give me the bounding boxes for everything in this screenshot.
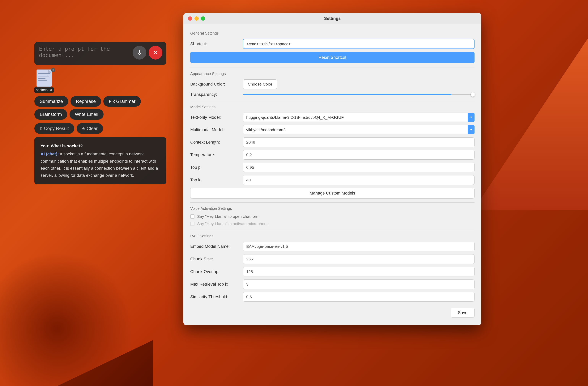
copy-result-button[interactable]: ⧉ Copy Result (34, 123, 74, 134)
shortcut-label: Shortcut: (190, 41, 240, 46)
close-x-icon: ✕ (153, 49, 158, 56)
top-p-label: Top p: (190, 165, 240, 170)
top-p-row: Top p: (190, 163, 475, 172)
write-email-button[interactable]: Write Email (69, 109, 104, 120)
save-label: Save (458, 310, 467, 315)
voice-option2-checkbox[interactable] (190, 222, 194, 226)
choose-color-button[interactable]: Choose Color (243, 80, 277, 89)
reset-shortcut-button[interactable]: Reset Shortcut (190, 52, 475, 63)
clear-label: Clear (87, 126, 98, 131)
top-k-label: Top k: (190, 178, 240, 183)
max-retrieval-label: Max Retrieval Top k: (190, 282, 240, 287)
result-you: You: What is socket? (41, 142, 160, 149)
copy-result-label: Copy Result (44, 126, 69, 131)
file-line (38, 77, 49, 77)
model-settings-title: Model Settings (190, 105, 475, 109)
choose-color-label: Choose Color (248, 82, 272, 86)
voice-settings-title: Voice Activation Settings (190, 206, 475, 211)
voice-option1-row: Say "Hey Llama" to open chat form (190, 214, 475, 219)
you-label: You: (41, 143, 49, 148)
chunk-overlap-label: Chunk Overlap: (190, 269, 240, 274)
result-ai: AI (chat): A socket is a fundamental con… (41, 150, 160, 179)
rephrase-button[interactable]: Rephrase (70, 96, 101, 107)
background-color-label: Background Color: (190, 82, 240, 87)
temperature-label: Temperature: (190, 152, 240, 157)
max-retrieval-input[interactable] (243, 280, 475, 289)
copy-icon: ⧉ (40, 126, 42, 131)
similarity-threshold-row: Similarity Threshold: (190, 292, 475, 302)
ai-label: AI (chat): (41, 152, 59, 156)
prompt-input[interactable] (39, 46, 130, 61)
manage-models-label: Manage Custom Models (310, 191, 355, 196)
chunk-size-label: Chunk Size: (190, 257, 240, 262)
context-length-label: Context Length: (190, 140, 240, 145)
slider-thumb (471, 92, 475, 97)
text-model-label: Text-only Model: (190, 115, 240, 120)
text-model-row: Text-only Model: hugging-quants/Llama-3.… (190, 113, 475, 122)
chunk-size-row: Chunk Size: (190, 254, 475, 264)
settings-window: Settings General Settings Shortcut: Rese… (183, 13, 482, 325)
similarity-threshold-input[interactable] (243, 292, 475, 302)
prompt-area: ✕ (34, 42, 166, 65)
save-button[interactable]: Save (451, 308, 475, 318)
voice-option1-label: Say "Hey Llama" to open chat form (197, 214, 260, 219)
top-k-row: Top k: (190, 175, 475, 185)
clear-button[interactable]: ⊗ Clear (77, 123, 103, 134)
file-lines (38, 73, 50, 81)
voice-option1-checkbox[interactable] (190, 214, 194, 219)
similarity-threshold-label: Similarity Threshold: (190, 294, 240, 299)
file-close-button[interactable]: × (51, 68, 55, 72)
text-model-select-wrapper: hugging-quants/Llama-3.2-1B-Instruct-Q4_… (243, 113, 475, 122)
shortcut-row: Shortcut: (190, 39, 475, 49)
text-model-select[interactable]: hugging-quants/Llama-3.2-1B-Instruct-Q4_… (243, 113, 475, 122)
text-model-select-arrow: ▼ (468, 113, 475, 122)
multimodal-model-select[interactable]: vikhyatk/moondream2 (243, 125, 475, 134)
appearance-settings-title: Appearance Settings (190, 72, 475, 76)
rephrase-label: Rephrase (76, 99, 96, 104)
summarize-label: Summarize (40, 99, 63, 104)
fix-grammar-button[interactable]: Fix Grammar (103, 96, 141, 107)
transparency-slider[interactable] (243, 94, 475, 95)
brainstorm-button[interactable]: Brainstorm (34, 109, 67, 120)
action-buttons: Summarize Rephrase Fix Grammar Brainstor… (34, 96, 166, 120)
window-body: General Settings Shortcut: Reset Shortcu… (183, 24, 482, 325)
chunk-size-input[interactable] (243, 254, 475, 264)
context-length-input[interactable] (243, 138, 475, 147)
window-minimize-button[interactable] (194, 16, 199, 20)
result-area: You: What is socket? AI (chat): A socket… (34, 137, 166, 184)
embed-model-input[interactable] (243, 242, 475, 251)
manage-models-button[interactable]: Manage Custom Models (190, 188, 475, 199)
shortcut-input[interactable] (243, 39, 475, 49)
top-k-input[interactable] (243, 175, 475, 185)
multimodal-model-label: Multimodal Model: (190, 127, 240, 132)
file-line (38, 78, 45, 79)
transparency-row: Transparency: (190, 92, 475, 97)
file-icon (37, 69, 52, 87)
chunk-overlap-row: Chunk Overlap: (190, 267, 475, 276)
multimodal-model-row: Multimodal Model: vikhyatk/moondream2 ▼ (190, 125, 475, 134)
file-badge: × sockets.txt (34, 69, 54, 93)
top-p-input[interactable] (243, 163, 475, 172)
chat-panel: ✕ × sockets.txt Summarize Rephrase Fix G… (34, 42, 166, 184)
background-color-row: Background Color: Choose Color (190, 80, 475, 89)
utility-buttons: ⧉ Copy Result ⊗ Clear (34, 123, 166, 134)
temperature-row: Temperature: (190, 150, 475, 160)
fix-grammar-label: Fix Grammar (109, 99, 135, 104)
file-line (38, 73, 50, 74)
close-chat-button[interactable]: ✕ (149, 46, 162, 60)
window-close-button[interactable] (188, 16, 192, 20)
context-length-row: Context Length: (190, 138, 475, 147)
chunk-overlap-input[interactable] (243, 267, 475, 276)
microphone-icon (136, 50, 143, 56)
summarize-button[interactable]: Summarize (34, 96, 68, 107)
brainstorm-label: Brainstorm (40, 112, 62, 117)
window-maximize-button[interactable] (201, 16, 205, 20)
divider-3 (190, 202, 475, 203)
file-name-label: sockets.txt (34, 87, 54, 93)
file-close-icon: × (53, 69, 54, 71)
divider-2 (190, 101, 475, 101)
max-retrieval-row: Max Retrieval Top k: (190, 280, 475, 289)
temperature-input[interactable] (243, 150, 475, 160)
mic-button[interactable] (133, 46, 146, 60)
multimodal-select-arrow: ▼ (468, 125, 475, 134)
